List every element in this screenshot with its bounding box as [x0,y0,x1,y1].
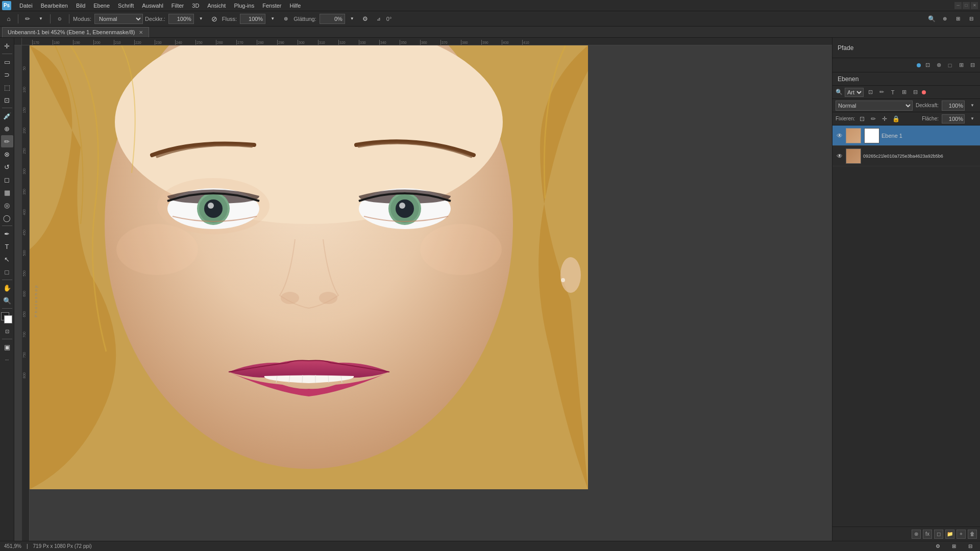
opacity-input[interactable] [168,14,194,24]
pressure-btn[interactable]: ⊛ [280,13,291,24]
move-tool[interactable]: ✛ [1,40,13,52]
add-mask-btn[interactable]: ◻ [934,530,943,539]
canvas-area[interactable]: Photoshop [30,45,832,541]
mode-select[interactable]: Normal Multiplizieren Abwedeln [94,14,143,24]
airbrush-btn[interactable]: ⊘ [209,13,220,24]
panel-icon-btn-3[interactable]: □ [945,61,954,70]
status-panel-btn[interactable]: ⊟ [965,541,976,552]
object-select-tool[interactable]: ⬚ [1,81,13,93]
link-layers-btn[interactable]: ⊗ [912,530,921,539]
eraser-tool[interactable]: ◻ [1,173,13,186]
brush-preset-btn[interactable]: ⊙ [54,13,65,24]
menu-plugins[interactable]: Plug-ins [230,2,258,10]
menu-filter[interactable]: Filter [167,2,188,10]
color-swatch[interactable] [1,312,13,324]
hand-tool[interactable]: ✋ [1,282,13,294]
menu-schrift[interactable]: Schrift [114,2,138,10]
layer-visibility-ebene1[interactable]: 👁 [836,132,844,140]
brush-tool[interactable]: ✏ [1,135,13,147]
gradient-tool[interactable]: ▦ [1,186,13,198]
blur-tool[interactable]: ◎ [1,199,13,211]
tool-options-btn[interactable]: ▼ [35,13,46,24]
screen-mode-btn[interactable]: ▣ [1,341,13,353]
ruler-v-tick: 650 [22,311,29,318]
panel-icon-btn-2[interactable]: ⊗ [934,61,943,70]
add-style-btn[interactable]: fx [923,530,932,539]
create-group-btn[interactable]: 📁 [945,530,954,539]
menu-bearbeiten[interactable]: Bearbeiten [37,2,72,10]
layer-filter-btn-2[interactable]: ✏ [877,88,886,97]
spot-heal-tool[interactable]: ⊕ [1,122,13,135]
paths-panel: Pfade [832,38,980,58]
lock-all-btn[interactable]: 🔒 [892,115,900,123]
menu-3d[interactable]: 3D [188,2,203,10]
minimize-button[interactable]: ─ [954,2,962,9]
flaeche-dropdown-btn[interactable]: ▼ [968,114,977,123]
panel-btn[interactable]: ⊞ [952,13,964,24]
menu-fenster[interactable]: Fenster [258,2,285,10]
panel-icon-btn-4[interactable]: ⊞ [957,61,966,70]
path-select-tool[interactable]: ↖ [1,253,13,265]
lock-transparent-btn[interactable]: ⊡ [858,115,866,123]
layer-filter-btn-5[interactable]: ⊟ [911,88,920,97]
search2-btn[interactable]: ⊕ [939,13,950,24]
text-tool[interactable]: T [1,240,13,253]
extra-tools-btn[interactable]: ··· [1,354,13,366]
shape-tool[interactable]: □ [1,266,13,278]
layer-row-ebene1[interactable]: 👁 Ebene 1 [832,126,980,146]
flow-input[interactable] [240,14,265,24]
document-tab[interactable]: Unbenannt-1 bei 452% (Ebene 1, Ebenenmas… [2,27,149,37]
brush-tool-btn[interactable]: ✏ [22,13,33,24]
flow-options-btn[interactable]: ▼ [267,13,278,24]
angle-btn[interactable]: ⊿ [373,13,384,24]
lock-pixels-btn[interactable]: ✏ [869,115,877,123]
home-button[interactable]: ⌂ [3,13,14,24]
toolbar-separator-3 [69,14,69,23]
lasso-tool[interactable]: ⊃ [1,68,13,81]
smoothing-input[interactable] [320,14,345,24]
search-btn[interactable]: 🔍 [926,13,937,24]
panel-icon-btn-1[interactable]: ⊡ [923,61,932,70]
eyedropper-tool[interactable]: 💉 [1,110,13,122]
opacity-options-btn[interactable]: ▼ [195,13,207,24]
layer-mode-select[interactable]: Normal Multiplizieren [836,101,913,111]
settings-btn[interactable]: ⚙ [360,13,371,24]
layer-row-hash[interactable]: 👁 09265c21le010a725e3ba4623a92b5b6 [832,146,980,166]
menu-auswahl[interactable]: Auswahl [138,2,167,10]
quick-mask-btn[interactable]: ⊡ [1,325,13,337]
opacity-dropdown-btn[interactable]: ▼ [968,101,977,110]
canvas-right-col: 170 180 190 200 210 220 230 240 250 260 … [22,38,832,541]
status-grid-btn[interactable]: ⊞ [948,541,960,552]
menu-datei[interactable]: Datei [15,2,37,10]
menu-hilfe[interactable]: Hilfe [285,2,305,10]
lock-position-btn[interactable]: ✛ [880,115,889,123]
panel2-btn[interactable]: ⊟ [966,13,977,24]
layer-filter-btn-1[interactable]: ⊡ [866,88,875,97]
dodge-tool[interactable]: ◯ [1,212,13,224]
smoothing-options-btn[interactable]: ▼ [347,13,358,24]
panel-icon-btn-5[interactable]: ⊟ [968,61,977,70]
menu-bild[interactable]: Bild [72,2,89,10]
history-brush-tool[interactable]: ↺ [1,161,13,173]
pen-tool[interactable]: ✒ [1,228,13,240]
status-settings-btn[interactable]: ⚙ [932,541,943,552]
flaeche-input[interactable] [942,114,965,123]
crop-tool[interactable]: ⊡ [1,94,13,106]
svg-point-22 [560,257,581,293]
marquee-tool[interactable]: ▭ [1,56,13,68]
menu-ansicht[interactable]: Ansicht [203,2,230,10]
layer-filter-select[interactable]: Art [845,88,864,97]
canvas-scroll-area: 170 180 190 200 210 220 230 240 250 260 … [14,38,832,541]
opacity-input[interactable] [942,101,965,111]
maximize-button[interactable]: □ [963,2,970,9]
layer-filter-btn-3[interactable]: T [888,88,897,97]
layer-filter-btn-4[interactable]: ⊞ [899,88,909,97]
layer-visibility-hash[interactable]: 👁 [836,152,844,160]
menu-ebene[interactable]: Ebene [89,2,114,10]
zoom-tool[interactable]: 🔍 [1,294,13,307]
create-layer-btn[interactable]: + [957,530,966,539]
close-button[interactable]: ✕ [971,2,978,9]
delete-layer-btn[interactable]: 🗑 [968,530,977,539]
tab-close-btn[interactable]: ✕ [138,30,143,35]
stamp-tool[interactable]: ⊗ [1,148,13,160]
